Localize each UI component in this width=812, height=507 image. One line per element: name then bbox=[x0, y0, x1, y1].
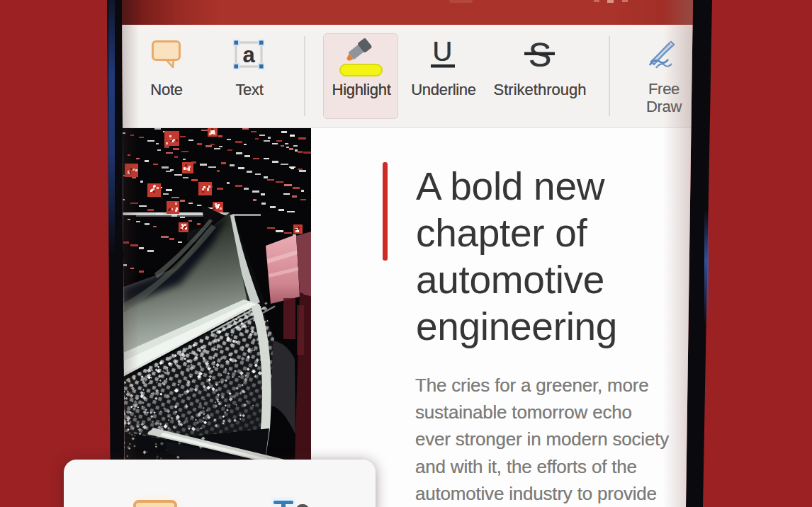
svg-text:a: a bbox=[242, 42, 255, 67]
svg-text:U: U bbox=[433, 40, 453, 67]
